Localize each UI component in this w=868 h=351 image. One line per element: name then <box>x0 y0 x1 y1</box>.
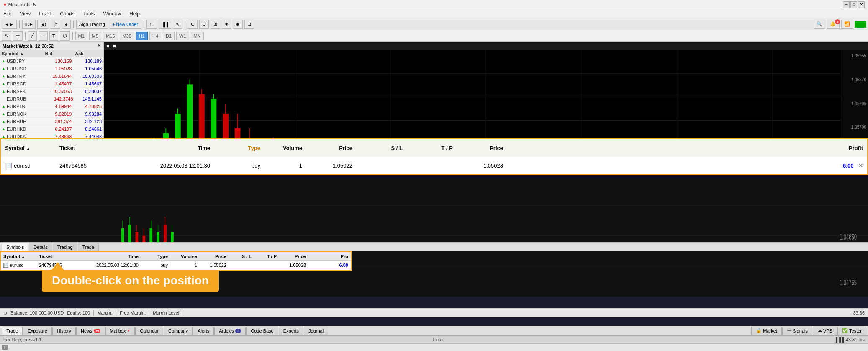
btab-exposure[interactable]: Exposure <box>23 327 51 335</box>
zoom-out-btn[interactable]: ⊖ <box>199 20 209 29</box>
scroll-btn[interactable]: ◈ <box>222 20 231 29</box>
btab-calendar[interactable]: Calendar <box>135 327 163 335</box>
list-item[interactable]: ▲EURSGD 1.45497 1.45667 <box>0 80 103 88</box>
lth-symbol[interactable]: Symbol ▲ <box>1 254 36 259</box>
list-item[interactable]: ▲EURNOK 9.92019 9.93284 <box>0 110 103 118</box>
tf-d1[interactable]: D1 <box>163 32 175 40</box>
tab-details[interactable]: Details <box>29 243 52 251</box>
trade-data-row[interactable]: 📄 eurusd 246794585 2022.05.03 12:01:30 b… <box>0 157 868 175</box>
tf-m1[interactable]: M1 <box>75 32 87 40</box>
btab-mailbox[interactable]: Mailbox▼ <box>105 327 135 335</box>
btab-alerts[interactable]: Alerts <box>193 327 214 335</box>
menu-charts[interactable]: Charts <box>58 10 76 18</box>
menu-tools[interactable]: Tools <box>82 10 97 18</box>
market-watch-close[interactable]: ✕ <box>97 43 101 49</box>
signal-btn[interactable]: 📶 <box>841 20 853 29</box>
alert-btn[interactable]: 🔔1 <box>827 20 840 29</box>
list-item[interactable]: ▲EURHUF 381.374 382.123 <box>0 118 103 125</box>
new-order-btn[interactable]: + New Order <box>110 20 141 29</box>
lth-volume[interactable]: Volume <box>170 254 200 259</box>
th-ticket[interactable]: Ticket <box>55 145 114 151</box>
btab-articles[interactable]: Articles 2 <box>214 327 246 335</box>
toolbar-arrows-btn[interactable]: ↑↓ <box>146 20 157 29</box>
th-profit[interactable]: Profit <box>507 145 867 151</box>
tf-h1[interactable]: H1 <box>136 32 148 40</box>
search-btn[interactable]: 🔍 <box>814 20 825 29</box>
toolbar-circle-btn[interactable]: (●) <box>37 20 49 29</box>
mw-col-ask[interactable]: Ask <box>73 50 103 57</box>
lth-ticket[interactable]: Ticket <box>36 254 78 259</box>
shapes-tool[interactable]: ⬡ <box>60 31 70 41</box>
chart-btn2[interactable]: ◉ <box>233 20 243 29</box>
list-item[interactable]: EURRUB 142.3746 146.1145 <box>0 95 103 103</box>
toolbar-nav-btn[interactable]: ◄► <box>2 20 17 29</box>
lth-price[interactable]: Price <box>200 254 229 259</box>
zoom-in-btn[interactable]: ⊕ <box>188 20 198 29</box>
tf-w1[interactable]: W1 <box>176 32 189 40</box>
toolbar-extra-btn[interactable]: ⊡ <box>244 20 254 29</box>
lth-profit[interactable]: Pro <box>308 254 351 259</box>
th-sl[interactable]: S / L <box>357 145 407 151</box>
crosshair-tool[interactable]: ✛ <box>13 31 23 41</box>
mw-col-bid[interactable]: Bid <box>44 50 74 57</box>
list-item[interactable]: ▲EURHKD 8.24197 8.24661 <box>0 125 103 133</box>
menu-file[interactable]: File <box>2 10 13 18</box>
tf-m15[interactable]: M15 <box>103 32 118 40</box>
btab-history[interactable]: History <box>52 327 76 335</box>
hline-tool[interactable]: ─ <box>39 31 48 41</box>
btab-company[interactable]: Company <box>164 327 193 335</box>
lth-tp[interactable]: T / P <box>254 254 279 259</box>
list-item[interactable]: ▲EURTRY 15.61644 15.63303 <box>0 72 103 80</box>
cursor-tool[interactable]: ↖ <box>2 31 11 41</box>
close-trade-icon[interactable]: ✕ <box>858 163 863 169</box>
text-tool[interactable]: T <box>49 31 58 41</box>
th-symbol[interactable]: Symbol ▲ <box>1 145 55 151</box>
tab-trading[interactable]: Trading <box>53 243 77 251</box>
th-type[interactable]: Type <box>214 145 265 151</box>
line-tool[interactable]: ╱ <box>28 31 37 41</box>
algo-trading-btn[interactable]: Algo Trading <box>76 20 108 29</box>
btab-vps[interactable]: ☁ VPS <box>813 327 837 335</box>
menu-help[interactable]: Help <box>128 10 141 18</box>
maximize-btn[interactable]: □ <box>850 1 857 8</box>
minimize-btn[interactable]: ─ <box>843 1 850 8</box>
menu-insert[interactable]: Insert <box>37 10 53 18</box>
toolbar-dot-btn[interactable]: ● <box>62 20 71 29</box>
btab-journal[interactable]: Journal <box>304 327 328 335</box>
list-item[interactable]: ▲EURSEK 10.37053 10.38037 <box>0 88 103 95</box>
tab-symbols[interactable]: Symbols <box>2 243 28 251</box>
list-item[interactable]: ▲USDJPY 130.169 130.189 <box>0 57 103 65</box>
btab-trade[interactable]: Trade <box>2 327 23 335</box>
tf-mn[interactable]: MN <box>191 32 204 40</box>
lth-sl[interactable]: S / L <box>229 254 254 259</box>
th-price[interactable]: Price <box>306 145 357 151</box>
btab-experts[interactable]: Experts <box>279 327 303 335</box>
close-btn[interactable]: ✕ <box>858 1 865 8</box>
toolbar-refresh-btn[interactable]: ⟳ <box>51 20 60 29</box>
lth-price2[interactable]: Price <box>279 254 308 259</box>
th-volume[interactable]: Volume <box>265 145 306 151</box>
lth-time[interactable]: Time <box>78 254 141 259</box>
th-price2[interactable]: Price <box>457 145 507 151</box>
btab-codebase[interactable]: Code Base <box>246 327 278 335</box>
btab-signals[interactable]: 〰 Signals <box>782 327 812 335</box>
btab-news[interactable]: News 99 <box>76 327 105 335</box>
tab-trade[interactable]: Trade <box>78 243 99 251</box>
btab-market[interactable]: 🔒 Market <box>751 327 782 335</box>
menu-view[interactable]: View <box>18 10 32 18</box>
tf-m5[interactable]: M5 <box>89 32 101 40</box>
th-tp[interactable]: T / P <box>407 145 457 151</box>
list-item[interactable]: ▲EURUSD 1.05028 1.05046 <box>0 65 103 72</box>
tf-m30[interactable]: M30 <box>120 32 134 40</box>
toolbar-bars-btn[interactable]: ▐▐ <box>159 20 171 29</box>
lth-type[interactable]: Type <box>141 254 170 259</box>
grid-btn[interactable]: ⊞ <box>211 20 220 29</box>
mw-col-symbol[interactable]: Symbol ▲ <box>0 50 44 57</box>
menu-window[interactable]: Window <box>102 10 123 18</box>
btab-tester[interactable]: ✅ Tester <box>837 327 866 335</box>
list-item[interactable]: ▲EURPLN 4.69944 4.70825 <box>0 103 103 110</box>
toolbar-ide-btn[interactable]: IDE <box>22 20 36 29</box>
th-time[interactable]: Time <box>114 145 214 151</box>
toolbar-wave-btn[interactable]: ∿ <box>173 20 182 29</box>
tf-h4[interactable]: H4 <box>149 32 161 40</box>
